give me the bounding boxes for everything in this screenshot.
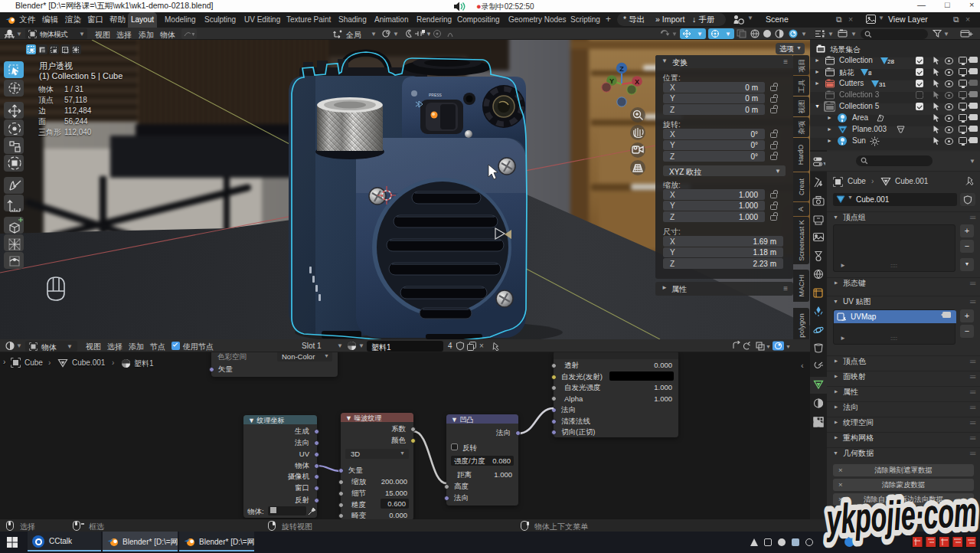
svg-text:▼: ▼ (671, 31, 677, 38)
svg-text:▼: ▼ (766, 344, 771, 349)
svg-text:Z: Z (619, 65, 624, 73)
svg-text:ykpojie·com: ykpojie·com (824, 489, 978, 542)
svg-text:▼: ▼ (943, 31, 949, 38)
svg-text:X: X (635, 78, 639, 86)
svg-text:Y: Y (609, 77, 614, 85)
svg-text:▼: ▼ (828, 31, 834, 38)
svg-text:▼: ▼ (191, 31, 194, 37)
svg-text:PRESS: PRESS (429, 93, 443, 97)
svg-text:▼: ▼ (801, 31, 807, 38)
svg-text:▼: ▼ (851, 31, 857, 38)
svg-text:▼: ▼ (393, 31, 399, 38)
svg-text:▼: ▼ (786, 344, 791, 349)
svg-text:▼: ▼ (822, 161, 825, 166)
svg-text:▼: ▼ (426, 31, 430, 38)
